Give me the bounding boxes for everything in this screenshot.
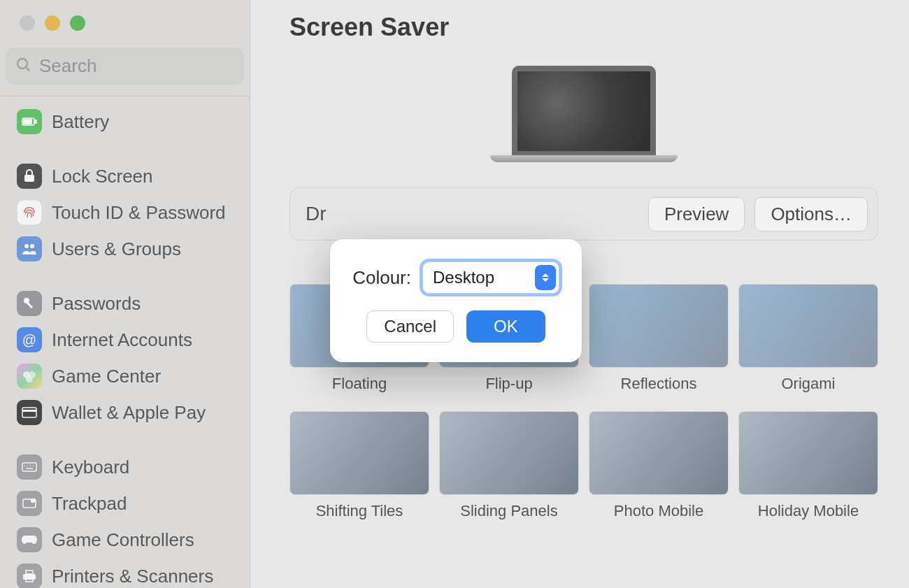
screensaver-tile-photo-mobile[interactable]: Photo Mobile: [589, 411, 729, 520]
sidebar-item-passwords[interactable]: Passwords: [13, 285, 241, 322]
thumbnail: [738, 284, 878, 368]
screensaver-tile-reflections[interactable]: Reflections: [589, 284, 729, 393]
svg-rect-15: [22, 463, 36, 471]
svg-rect-14: [22, 410, 36, 412]
key-icon: [17, 291, 42, 316]
screensaver-tile-holiday-mobile[interactable]: Holiday Mobile: [738, 411, 878, 520]
colour-label: Colour:: [352, 267, 411, 289]
sidebar-item-game-center[interactable]: Game Center: [13, 358, 241, 394]
colour-dialog: Colour: Desktop Cancel OK: [330, 239, 582, 362]
sidebar-item-label: Lock Screen: [52, 162, 153, 190]
tile-label: Reflections: [621, 375, 697, 393]
screensaver-preview: [289, 66, 878, 162]
sidebar-item-game-controllers[interactable]: Game Controllers: [13, 522, 241, 558]
sidebar-item-printers[interactable]: Printers & Scanners: [13, 558, 241, 588]
battery-icon: [17, 109, 42, 134]
sidebar-item-label: Passwords: [52, 289, 141, 317]
sidebar-item-keyboard[interactable]: Keyboard: [13, 449, 241, 485]
sidebar-item-lock-screen[interactable]: Lock Screen: [13, 158, 241, 194]
search-field[interactable]: [6, 48, 244, 85]
search-input[interactable]: [39, 55, 234, 77]
keyboard-icon: [17, 454, 42, 480]
sidebar-item-battery[interactable]: Battery: [13, 103, 241, 140]
tile-label: Sliding Panels: [460, 502, 557, 520]
at-icon: @: [17, 327, 42, 352]
tile-label: Photo Mobile: [614, 502, 703, 520]
sidebar-item-label: Printers & Scanners: [52, 562, 213, 588]
svg-rect-13: [22, 408, 36, 417]
thumbnail: [589, 411, 729, 495]
wallet-icon: [17, 400, 42, 425]
tile-label: Holiday Mobile: [758, 502, 859, 520]
sidebar-item-wallet[interactable]: Wallet & Apple Pay: [13, 394, 241, 431]
screensaver-tile-sliding-panels[interactable]: Sliding Panels: [439, 411, 579, 520]
sidebar-item-internet-accounts[interactable]: @ Internet Accounts: [13, 322, 241, 358]
sidebar-item-touch-id[interactable]: Touch ID & Password: [13, 194, 241, 231]
system-settings-window: Battery Lock Screen Touch ID & Password: [0, 0, 909, 588]
users-icon: [17, 236, 42, 261]
svg-rect-5: [24, 175, 34, 182]
minimize-window-button[interactable]: [45, 15, 60, 31]
sidebar-item-label: Keyboard: [52, 453, 129, 481]
sidebar-item-label: Users & Groups: [52, 235, 181, 263]
laptop-screen: [512, 66, 656, 157]
colour-dropdown[interactable]: Desktop: [422, 261, 559, 294]
svg-line-1: [26, 67, 29, 71]
svg-rect-24: [26, 571, 33, 574]
svg-rect-23: [23, 574, 36, 580]
page-title: Screen Saver: [289, 13, 878, 42]
sidebar: Battery Lock Screen Touch ID & Password: [0, 0, 250, 588]
tile-label: Origami: [781, 375, 835, 393]
close-window-button[interactable]: [20, 15, 35, 31]
svg-rect-3: [35, 120, 36, 123]
screensaver-toolbar: Dr Preview Options…: [289, 187, 878, 241]
svg-rect-4: [24, 120, 31, 124]
svg-point-12: [26, 375, 33, 382]
laptop-base: [490, 155, 678, 162]
chevron-up-down-icon: [535, 265, 556, 290]
zoom-window-button[interactable]: [70, 15, 85, 31]
thumbnail: [439, 411, 579, 495]
svg-point-22: [31, 499, 35, 503]
game-center-icon: [17, 364, 42, 389]
window-controls: [0, 15, 250, 31]
trackpad-icon: [17, 491, 42, 516]
sidebar-item-label: Wallet & Apple Pay: [52, 399, 206, 426]
search-icon: [15, 57, 32, 76]
options-button[interactable]: Options…: [754, 197, 868, 231]
sidebar-item-label: Game Controllers: [52, 526, 194, 554]
svg-rect-25: [26, 578, 33, 582]
fingerprint-icon: [17, 200, 42, 225]
tile-label: Flip-up: [485, 375, 532, 393]
svg-point-0: [17, 59, 27, 69]
svg-rect-9: [27, 302, 33, 308]
cancel-button[interactable]: Cancel: [366, 310, 454, 343]
lock-icon: [17, 164, 42, 189]
sidebar-item-label: Internet Accounts: [52, 326, 192, 354]
screensaver-tile-origami[interactable]: Origami: [738, 284, 878, 393]
sidebar-item-label: Touch ID & Password: [52, 199, 226, 227]
sidebar-item-label: Battery: [52, 108, 109, 136]
tile-label: Shifting Tiles: [316, 502, 403, 520]
svg-point-7: [30, 244, 34, 248]
printer-icon: [17, 564, 42, 588]
sidebar-item-label: Game Center: [52, 362, 161, 390]
svg-point-8: [24, 298, 29, 303]
thumbnail: [289, 411, 429, 495]
svg-point-6: [24, 244, 29, 248]
ok-button[interactable]: OK: [466, 310, 545, 343]
sidebar-item-trackpad[interactable]: Trackpad: [13, 485, 241, 522]
thumbnail: [589, 284, 729, 368]
tile-label: Floating: [332, 375, 387, 393]
preview-button[interactable]: Preview: [648, 197, 745, 231]
toolbar-left-text: Dr: [306, 203, 327, 225]
laptop-preview: [490, 66, 678, 162]
game-controller-icon: [17, 527, 42, 552]
sidebar-item-label: Trackpad: [52, 489, 127, 517]
sidebar-item-users-groups[interactable]: Users & Groups: [13, 231, 241, 267]
dropdown-value: Desktop: [433, 268, 494, 287]
thumbnail: [738, 411, 878, 495]
sidebar-list: Battery Lock Screen Touch ID & Password: [0, 96, 250, 588]
screensaver-tile-shifting-tiles[interactable]: Shifting Tiles: [289, 411, 429, 520]
